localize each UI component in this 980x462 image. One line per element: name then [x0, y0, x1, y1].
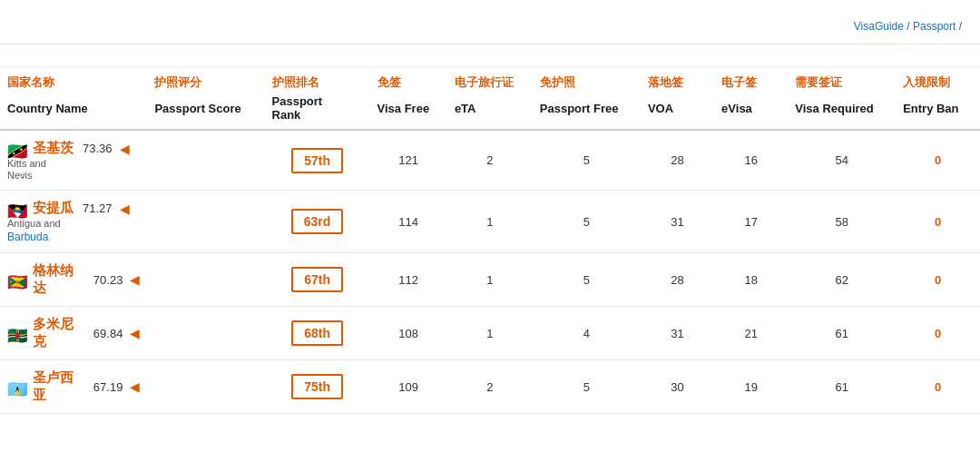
passport-score-cell — [147, 360, 264, 414]
country-score-inline: 69.84 — [93, 327, 123, 340]
country-info: 🇩🇲 多米尼克 69.84 ◀ — [7, 316, 140, 350]
entry-ban-cell: 0 — [896, 307, 980, 360]
col-header-eta-cn: 电子旅行证 — [447, 69, 533, 93]
country-flag: 🇦🇬 — [7, 202, 27, 216]
col-header-entryban-cn: 入境限制 — [896, 69, 980, 93]
visa-free-cell: 109 — [370, 360, 447, 414]
col-header-eta-en: eTA — [447, 93, 533, 130]
passport-rank-cell: 63rd — [265, 191, 370, 253]
visa-required-cell: 58 — [788, 191, 896, 253]
country-score-inline: 73.36 — [83, 142, 113, 155]
col-header-score-en: Passport Score — [147, 93, 264, 130]
country-english-sub: Antigua and — [7, 218, 140, 229]
country-info: 🇱🇨 圣卢西亚 67.19 ◀ — [7, 369, 140, 404]
visa-required-cell: 62 — [788, 253, 896, 307]
country-chinese: 圣基茨 — [33, 140, 74, 157]
visa-required-cell: 54 — [788, 130, 896, 191]
country-score-inline: 70.23 — [93, 273, 123, 287]
voa-cell: 28 — [641, 253, 714, 307]
table-row: 🇦🇬 安提瓜 71.27 ◀ Antigua andBarbuda63rd114… — [0, 191, 980, 253]
country-top: 🇩🇲 多米尼克 69.84 ◀ — [7, 316, 140, 350]
passport-score-cell — [147, 307, 264, 360]
breadcrumb-visaguide[interactable]: VisaGuide — [854, 20, 904, 33]
country-chinese: 多米尼克 — [33, 316, 84, 350]
voa-cell: 31 — [641, 191, 714, 253]
voa-cell: 30 — [641, 360, 714, 414]
rank-box: 57th — [291, 148, 343, 173]
passport-rank-cell: 67th — [265, 253, 370, 307]
col-header-score-cn: 护照评分 — [147, 69, 264, 93]
col-header-visafree-cn: 免签 — [370, 69, 447, 93]
country-top: 🇰🇳 圣基茨 73.36 ◀ — [7, 140, 140, 157]
evisa-cell: 17 — [714, 191, 788, 253]
table-row: 🇩🇲 多米尼克 69.84 ◀ 68th108143121610 — [0, 307, 980, 360]
table-wrapper: 国家名称 护照评分 护照排名 免签 电子旅行证 免护照 落地签 电子签 需要签证… — [0, 69, 980, 432]
country-english-sub: Kitts and — [7, 158, 140, 169]
passport-score-cell — [147, 130, 264, 191]
table-row: 🇰🇳 圣基茨 73.36 ◀ Kitts andNevis57th1212528… — [0, 130, 980, 191]
rank-box: 63rd — [291, 209, 344, 234]
rank-box: 68th — [291, 320, 343, 346]
entry-ban-cell: 0 — [896, 130, 980, 191]
col-header-passportfree-cn: 免护照 — [533, 69, 641, 93]
entry-ban-cell: 0 — [896, 253, 980, 307]
passport-table: 国家名称 护照评分 护照排名 免签 电子旅行证 免护照 落地签 电子签 需要签证… — [0, 69, 980, 414]
country-cell: 🇰🇳 圣基茨 73.36 ◀ Kitts andNevis — [0, 130, 147, 191]
country-score-inline: 71.27 — [83, 202, 113, 215]
country-flag: 🇬🇩 — [7, 272, 27, 287]
country-score-inline: 67.19 — [93, 380, 123, 394]
rank-box: 75th — [291, 374, 343, 399]
country-flag: 🇰🇳 — [7, 142, 27, 156]
col-header-visareq-en: Visa Required — [788, 93, 896, 130]
passport-rank-cell: 68th — [265, 307, 370, 360]
breadcrumb-sep2: / — [959, 20, 962, 33]
col-header-rank-cn: 护照排名 — [265, 69, 370, 93]
chinese-header-row: 国家名称 护照评分 护照排名 免签 电子旅行证 免护照 落地签 电子签 需要签证… — [0, 69, 980, 93]
passport-rank-cell: 75th — [265, 360, 370, 414]
rank-box: 67th — [291, 267, 343, 292]
country-cell: 🇦🇬 安提瓜 71.27 ◀ Antigua andBarbuda — [0, 191, 147, 253]
visa-free-cell: 112 — [370, 253, 447, 307]
evisa-cell: 16 — [714, 130, 788, 191]
voa-cell: 28 — [641, 130, 714, 191]
visa-required-cell: 61 — [788, 360, 896, 414]
passport-free-cell: 5 — [533, 130, 641, 191]
eta-cell: 2 — [447, 360, 533, 414]
table-body: 🇰🇳 圣基茨 73.36 ◀ Kitts andNevis57th1212528… — [0, 130, 980, 414]
eta-cell: 1 — [447, 253, 533, 307]
table-row: 🇱🇨 圣卢西亚 67.19 ◀ 75th109253019610 — [0, 360, 980, 414]
country-english-link[interactable]: Barbuda — [7, 231, 140, 243]
table-row: 🇬🇩 格林纳达 70.23 ◀ 67th112152818620 — [0, 253, 980, 307]
english-header-row: Country Name Passport Score PassportRank… — [0, 93, 980, 130]
passport-free-cell: 5 — [533, 360, 641, 414]
eta-cell: 2 — [447, 130, 533, 191]
passport-score-cell — [147, 253, 264, 307]
country-top: 🇱🇨 圣卢西亚 67.19 ◀ — [7, 369, 140, 404]
evisa-cell: 21 — [714, 307, 788, 360]
eta-cell: 1 — [447, 191, 533, 253]
passport-free-cell: 5 — [533, 191, 641, 253]
visa-free-cell: 108 — [370, 307, 447, 360]
col-header-rank-en: PassportRank — [265, 93, 370, 130]
country-info: 🇦🇬 安提瓜 71.27 ◀ Antigua andBarbuda — [7, 200, 140, 243]
arrow-icon: ◀ — [130, 326, 140, 340]
breadcrumb-sep1: / — [906, 20, 913, 33]
country-top: 🇬🇩 格林纳达 70.23 ◀ — [7, 262, 140, 297]
header: VisaGuide / Passport / — [0, 0, 980, 44]
visa-free-cell: 121 — [370, 130, 447, 191]
country-info: 🇰🇳 圣基茨 73.36 ◀ Kitts andNevis — [7, 140, 140, 181]
entry-ban-cell: 0 — [896, 360, 980, 414]
passport-free-cell: 5 — [533, 253, 641, 307]
arrow-icon: ◀ — [130, 379, 140, 394]
description — [0, 44, 980, 67]
col-header-entryban-en: Entry Ban — [896, 93, 980, 130]
breadcrumb-passport[interactable]: Passport — [913, 20, 956, 33]
entry-ban-cell: 0 — [896, 191, 980, 253]
voa-cell: 31 — [641, 307, 714, 360]
country-english-sub2: Nevis — [7, 170, 140, 181]
col-header-country-cn: 国家名称 — [0, 69, 147, 93]
country-cell: 🇱🇨 圣卢西亚 67.19 ◀ — [0, 360, 147, 414]
evisa-cell: 18 — [714, 253, 788, 307]
col-header-evisa-en: eVisa — [714, 93, 788, 130]
col-header-visareq-cn: 需要签证 — [788, 69, 896, 93]
